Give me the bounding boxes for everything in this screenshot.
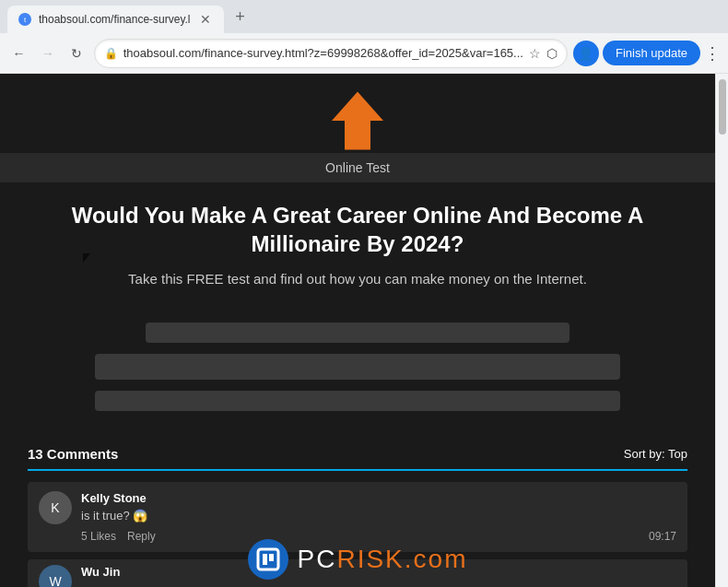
comment-actions: 5 Likes Reply	[81, 530, 156, 543]
lock-icon: 🔒	[104, 47, 118, 60]
comment-author: Wu Jin	[81, 565, 676, 579]
sort-by-label: Sort by: Top	[624, 447, 687, 461]
comment-footer: 5 Likes Reply 09:17	[81, 530, 676, 543]
loading-section	[0, 304, 715, 429]
comment-row: K Kelly Stone is it true? 😱 5 Likes Repl…	[39, 491, 676, 543]
profile-button[interactable]: 👤	[573, 41, 599, 66]
finish-update-button[interactable]: Finish update	[603, 41, 700, 65]
forward-button[interactable]: →	[36, 41, 59, 66]
comment-time: 09:17	[649, 530, 676, 543]
content-area: Online Test Would You Make A Great Caree…	[0, 74, 728, 587]
comments-header: 13 Comments Sort by: Top	[28, 439, 687, 471]
tab-favicon: t	[18, 13, 31, 26]
sub-heading: Take this FREE test and find out how you…	[37, 269, 678, 290]
loading-bar-1	[146, 323, 569, 343]
comment-body: Kelly Stone is it true? 😱 5 Likes Reply …	[81, 491, 676, 543]
address-bar[interactable]: 🔒 thoabsoul.com/finance-survey.html?z=69…	[94, 39, 568, 68]
comment-author: Kelly Stone	[81, 491, 676, 505]
loading-bar-3	[95, 391, 620, 411]
comments-count: 13 Comments	[28, 446, 118, 462]
main-heading: Would You Make A Great Career Online And…	[37, 201, 678, 258]
reload-button[interactable]: ↻	[65, 41, 88, 66]
comments-section: 13 Comments Sort by: Top K Kelly Stone i…	[0, 429, 715, 587]
online-test-label: Online Test	[325, 160, 390, 175]
comment-row: W Wu Jin	[39, 565, 676, 587]
active-tab[interactable]: t thoabsoul.com/finance-survey.l ✕	[7, 6, 224, 33]
top-section	[0, 74, 715, 153]
tab-bar: t thoabsoul.com/finance-survey.l ✕ +	[0, 0, 728, 33]
reply-label[interactable]: Reply	[127, 530, 156, 543]
bookmark-icon[interactable]: ☆	[529, 46, 541, 61]
online-test-bar: Online Test	[0, 153, 715, 182]
tab-title: thoabsoul.com/finance-survey.l	[39, 13, 191, 26]
tab-close-button[interactable]: ✕	[198, 10, 213, 29]
likes-label[interactable]: 5 Likes	[81, 530, 116, 543]
webpage: Online Test Would You Make A Great Caree…	[0, 74, 715, 587]
new-tab-button[interactable]: +	[228, 4, 253, 29]
scroll-thumb[interactable]	[719, 79, 726, 135]
back-button[interactable]: ←	[7, 41, 30, 66]
comment-body: Wu Jin	[81, 565, 676, 582]
comment-text: is it true? 😱	[81, 509, 676, 522]
scrollbar[interactable]	[715, 74, 728, 587]
heading-section: Would You Make A Great Career Online And…	[0, 182, 715, 304]
browser-frame: t thoabsoul.com/finance-survey.l ✕ + ← →…	[0, 0, 728, 587]
comment-item: K Kelly Stone is it true? 😱 5 Likes Repl…	[28, 482, 687, 552]
nav-right-controls: 👤 Finish update ⋮	[573, 41, 721, 66]
loading-bar-2	[95, 354, 620, 380]
avatar: W	[39, 565, 72, 587]
nav-bar: ← → ↻ 🔒 thoabsoul.com/finance-survey.htm…	[0, 33, 728, 74]
svg-marker-0	[332, 92, 383, 150]
arrow-icon	[325, 88, 390, 153]
browser-menu-button[interactable]: ⋮	[704, 43, 721, 64]
avatar: K	[39, 491, 72, 524]
page-content: Online Test Would You Make A Great Caree…	[0, 74, 715, 587]
extension-icon[interactable]: ⬡	[546, 46, 558, 61]
address-text: thoabsoul.com/finance-survey.html?z=6999…	[123, 46, 523, 60]
comment-item: W Wu Jin	[28, 559, 687, 587]
arrow-container	[325, 79, 390, 153]
